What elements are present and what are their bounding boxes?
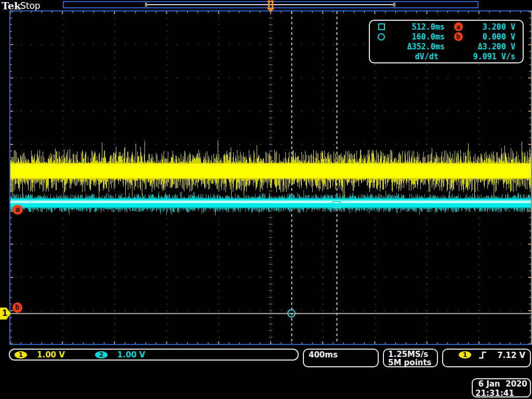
time-text: 21:31:41	[474, 389, 528, 398]
scope-screen: Tek Stop a b 1 512.0ms a 3.200 V 160.0ms…	[0, 0, 532, 399]
trigger-down-arrow-icon	[267, 8, 275, 12]
trigger-info-box: 1 7.12 V	[442, 349, 531, 367]
cursor-b-voltage: 0.000 V	[472, 32, 523, 42]
cursor-delta-voltage: Δ3.200 V	[472, 42, 523, 51]
trigger-level: 7.12 V	[497, 351, 525, 360]
ch2-scale: 1.00 V	[117, 350, 145, 360]
timebase-value: 400ms	[309, 350, 373, 360]
cursor-square-time: 512.0ms	[393, 22, 445, 32]
cursor-b-badge: b	[454, 32, 463, 41]
cursor-square-icon	[378, 23, 385, 30]
cursor-delta-time: Δ352.0ms	[393, 42, 445, 51]
datetime-box: 6 Jan 2020 21:31:41	[472, 378, 531, 397]
dvdt-value: 9.091 V/s	[472, 52, 523, 61]
cursor-b-level-marker: b	[12, 302, 22, 313]
acquisition-status: Stop	[20, 1, 41, 11]
rising-edge-icon	[478, 351, 487, 360]
date-text: 6 Jan 2020	[474, 379, 528, 389]
timebase-box: 400ms	[303, 349, 379, 367]
cursor-a-voltage: 3.200 V	[472, 22, 523, 32]
record-length: 5M points	[388, 358, 433, 367]
trigger-bar-left	[268, 2, 270, 8]
cursor-circle-icon	[378, 33, 385, 41]
cursor-a-level-marker: a	[12, 205, 23, 215]
trigger-source-badge: 1	[459, 351, 471, 358]
trigger-position-icon	[267, 1, 275, 12]
ch2-badge: 2	[95, 351, 108, 358]
sample-rate: 1.25MS/s	[388, 350, 433, 358]
acquisition-info-box: 1.25MS/s 5M points	[383, 349, 438, 367]
ch1-badge: 1	[15, 351, 27, 358]
channel-scales-box: 1 1.00 V 2 1.00 V	[9, 349, 299, 361]
acquisition-bracket-right	[393, 3, 395, 7]
acquisition-bracket-left	[145, 3, 147, 7]
trigger-bar-right	[272, 2, 273, 8]
cursor-a-badge: a	[454, 22, 463, 31]
cursor-circle-time: 160.0ms	[393, 32, 445, 42]
cursor-readout-box: 512.0ms a 3.200 V 160.0ms b 0.000 V Δ352…	[369, 20, 524, 63]
tek-logo: Tek	[2, 0, 21, 11]
ch1-scale: 1.00 V	[37, 350, 65, 360]
dvdt-label: dV/dt	[393, 52, 445, 61]
